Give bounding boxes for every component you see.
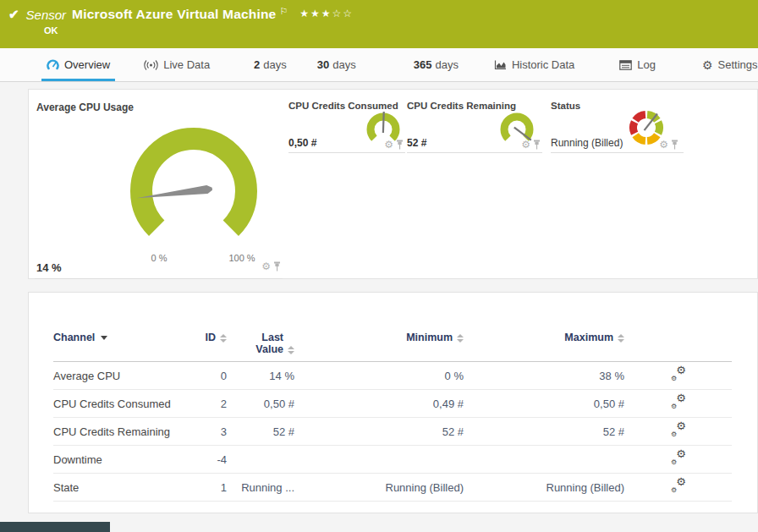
table-row: Average CPU 0 14 % 0 % 38 % ⚙⚙: [53, 362, 732, 390]
status-badge: OK: [44, 25, 758, 36]
column-header-maximum[interactable]: Maximum: [464, 332, 624, 343]
channel-minimum: Running (Billed): [294, 481, 464, 494]
tab-label: days: [435, 58, 458, 71]
caret-down-icon: [101, 336, 107, 340]
channel-name: Average CPU: [53, 370, 197, 382]
tab-label: Historic Data: [512, 58, 574, 71]
channel-id: -4: [197, 453, 227, 466]
table-row: Downtime -4 ⚙⚙: [53, 446, 732, 474]
tab-2-days[interactable]: 2 days: [254, 48, 287, 81]
ok-check-icon: ✔: [8, 7, 19, 22]
gauge-value: 52 #: [407, 137, 426, 149]
footer-bar[interactable]: [0, 522, 110, 532]
channel-last-value: Running ...: [227, 481, 294, 494]
tab-label: days: [263, 58, 286, 71]
tab-log[interactable]: Log: [619, 48, 656, 81]
edit-channel-gears-icon[interactable]: ⚙⚙: [671, 368, 686, 381]
sort-icon: [457, 334, 464, 343]
channel-name: CPU Credits Consumed: [53, 398, 197, 410]
sort-icon: [288, 346, 294, 354]
channel-maximum: 52 #: [464, 425, 624, 438]
channel-id: 0: [197, 370, 227, 382]
channel-minimum: 0 %: [294, 370, 464, 382]
sort-icon: [618, 334, 624, 343]
gauge-title: Average CPU Usage: [36, 101, 134, 113]
pin-icon[interactable]: [671, 140, 678, 150]
log-list-icon: [619, 60, 632, 70]
pin-icon[interactable]: [533, 140, 541, 150]
gauge-scale-min: 0 %: [134, 253, 184, 263]
column-header-last-value[interactable]: Last Value: [227, 332, 294, 355]
area-chart-icon: [494, 60, 507, 70]
tab-label: Log: [637, 58, 656, 71]
channel-maximum: 38 %: [464, 370, 624, 382]
tab-bar: Overview Live Data 2 days 30 days 365 da…: [0, 48, 758, 82]
tab-historic-data[interactable]: Historic Data: [494, 48, 574, 81]
gauge-title: Status: [551, 101, 580, 111]
edit-channel-gears-icon[interactable]: ⚙⚙: [671, 396, 686, 409]
gauge-tile-average-cpu: Average CPU Usage 0 % 100 % 14 % ⚙: [35, 96, 283, 279]
pin-icon[interactable]: [396, 140, 404, 150]
sensor-title: Microsoft Azure Virtual Machine: [72, 7, 276, 22]
channel-id: 2: [197, 398, 227, 410]
priority-stars[interactable]: ★★★☆☆: [299, 8, 354, 19]
tab-30-days[interactable]: 30 days: [317, 48, 356, 81]
edit-channel-gears-icon[interactable]: ⚙⚙: [671, 452, 686, 465]
edit-channel-gears-icon[interactable]: ⚙⚙: [671, 424, 686, 437]
channels-table: Channel ID Last Value Minimum Maximum Av…: [53, 325, 732, 502]
table-header-row: Channel ID Last Value Minimum Maximum: [53, 325, 732, 362]
object-kind-label: Sensor: [26, 8, 67, 22]
channel-name: Downtime: [53, 453, 197, 466]
tab-label: days: [332, 58, 355, 71]
channel-name: CPU Credits Remaining: [53, 425, 197, 438]
channel-last-value: 0,50 #: [227, 398, 294, 410]
channel-maximum: 0,50 #: [464, 398, 624, 410]
cpu-gauge: [122, 123, 266, 250]
column-header-minimum[interactable]: Minimum: [294, 332, 464, 343]
gear-icon[interactable]: ⚙: [384, 140, 393, 150]
tab-overview[interactable]: Overview: [47, 48, 110, 81]
sort-icon: [220, 334, 227, 343]
gauge-tile-status: Status Running (Billed) ⚙: [551, 96, 684, 153]
flag-icon[interactable]: ⚐: [279, 6, 288, 17]
tab-label: Settings: [718, 58, 758, 71]
edit-channel-gears-icon[interactable]: ⚙⚙: [671, 480, 686, 493]
tab-label: Overview: [64, 58, 110, 71]
channels-panel: Channel ID Last Value Minimum Maximum Av…: [28, 292, 758, 513]
gear-icon[interactable]: ⚙: [261, 261, 271, 271]
gauge-icon: [47, 59, 59, 70]
channel-last-value: 14 %: [227, 370, 294, 382]
tab-live-data[interactable]: Live Data: [144, 48, 210, 81]
channel-id: 3: [197, 425, 227, 438]
channel-id: 1: [197, 481, 227, 494]
table-row: State 1 Running ... Running (Billed) Run…: [53, 474, 732, 502]
channel-name: State: [53, 481, 197, 494]
live-signal-icon: [144, 60, 158, 70]
table-row: CPU Credits Consumed 2 0,50 # 0,49 # 0,5…: [53, 390, 732, 418]
channel-last-value: 52 #: [227, 425, 294, 438]
tab-settings[interactable]: ⚙ Settings: [702, 48, 758, 81]
gauge-value: Running (Billed): [551, 137, 623, 149]
column-header-id[interactable]: ID: [197, 332, 227, 343]
gauge-value: 14 %: [36, 261, 62, 274]
table-row: CPU Credits Remaining 3 52 # 52 # 52 # ⚙…: [53, 418, 732, 446]
sensor-header: ✔ Sensor Microsoft Azure Virtual Machine…: [0, 0, 758, 48]
gauge-tile-credits-consumed: CPU Credits Consumed 0,50 # ⚙: [288, 96, 405, 153]
channel-maximum: Running (Billed): [464, 481, 624, 494]
channel-minimum: 52 #: [294, 425, 464, 438]
gear-icon[interactable]: ⚙: [521, 140, 530, 150]
tab-365-days[interactable]: 365 days: [414, 48, 459, 81]
gauge-value: 0,50 #: [288, 137, 316, 149]
gauge-tile-credits-remaining: CPU Credits Remaining 52 # ⚙: [407, 96, 542, 153]
pin-icon[interactable]: [273, 261, 281, 271]
gauges-panel: Average CPU Usage 0 % 100 % 14 % ⚙ CPU C…: [28, 89, 758, 279]
channel-minimum: 0,49 #: [294, 398, 464, 410]
column-header-channel[interactable]: Channel: [53, 332, 197, 343]
gear-icon: ⚙: [702, 58, 713, 72]
gear-icon[interactable]: ⚙: [659, 140, 668, 150]
tab-label: Live Data: [163, 58, 210, 71]
